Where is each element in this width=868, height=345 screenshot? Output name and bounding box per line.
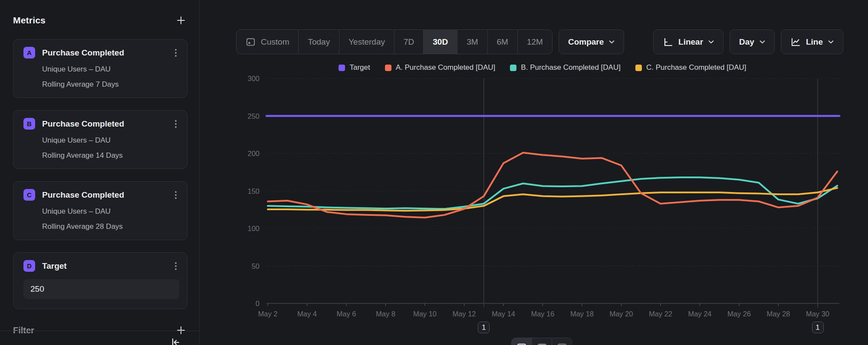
svg-text:May 26: May 26 [727, 310, 751, 318]
svg-text:May 6: May 6 [337, 310, 356, 318]
legend-label: C. Purchase Completed [DAU] [646, 63, 746, 72]
card-head: A Purchase Completed [23, 47, 179, 59]
filter-title: Filter [13, 325, 34, 335]
range-label: 6M [497, 37, 508, 47]
chart-options-group: Linear Day Line [653, 29, 843, 54]
chart-type-button[interactable]: Line [781, 29, 843, 54]
legend-item-c[interactable]: C. Purchase Completed [DAU] [635, 63, 746, 72]
chevron-down-icon [760, 40, 765, 44]
chart-legend: Target A. Purchase Completed [DAU] B. Pu… [243, 63, 842, 72]
metric-card-a[interactable]: A Purchase Completed Unique Users – DAU … [13, 39, 187, 98]
range-yesterday[interactable]: Yesterday [339, 30, 394, 54]
range-label: 3M [467, 37, 478, 47]
svg-text:May 2: May 2 [258, 310, 278, 318]
metric-menu-button[interactable] [172, 118, 179, 130]
metrics-dashboard: 050100150200250300May 2May 4May 6May 8Ma… [0, 0, 868, 345]
annotation-badge[interactable]: 1 [478, 322, 490, 333]
sidebar-divider [0, 331, 199, 331]
svg-text:100: 100 [247, 225, 260, 232]
svg-text:May 28: May 28 [766, 310, 790, 318]
metric-menu-button[interactable] [172, 260, 179, 272]
chart-toolbar: Custom Today Yesterday 7D 30D 3M 6M 12M … [236, 29, 843, 54]
compare-button[interactable]: Compare [559, 29, 624, 54]
metric-menu-button[interactable] [172, 189, 179, 201]
svg-text:May 8: May 8 [376, 310, 395, 318]
svg-text:May 20: May 20 [609, 310, 633, 318]
range-3m[interactable]: 3M [457, 30, 487, 54]
range-label: Custom [261, 37, 289, 47]
legend-label: B. Purchase Completed [DAU] [521, 63, 621, 72]
svg-text:May 24: May 24 [688, 310, 711, 318]
scale-label: Linear [678, 37, 703, 47]
filter-section: Filter [13, 324, 187, 337]
metric-card-c[interactable]: C Purchase Completed Unique Users – DAU … [13, 181, 187, 240]
collapse-sidebar-button[interactable] [169, 335, 183, 345]
svg-text:200: 200 [247, 150, 260, 157]
range-label: Yesterday [349, 37, 385, 47]
add-metric-button[interactable] [174, 14, 187, 27]
metric-menu-button[interactable] [172, 47, 179, 59]
metric-badge-c: C [23, 189, 35, 201]
granularity-button[interactable]: Day [730, 29, 775, 54]
legend-swatch [635, 65, 642, 71]
svg-text:May 16: May 16 [531, 310, 554, 318]
card-head: B Purchase Completed [23, 118, 179, 130]
svg-text:May 22: May 22 [649, 310, 672, 318]
metric-measure: Unique Users – DAU [42, 207, 179, 216]
metric-transform: Rolling Average 7 Days [42, 80, 179, 89]
legend-item-b[interactable]: B. Purchase Completed [DAU] [510, 63, 621, 72]
chart-size-medium-button[interactable] [532, 338, 552, 345]
svg-text:50: 50 [252, 262, 260, 270]
line-chart-icon [790, 37, 801, 47]
legend-item-target[interactable]: Target [339, 63, 370, 72]
svg-text:May 30: May 30 [806, 310, 829, 318]
metrics-header: Metrics [13, 14, 187, 27]
metric-badge-d: D [23, 260, 35, 272]
scale-button[interactable]: Linear [653, 29, 723, 54]
metrics-sidebar: Metrics A Purchase Completed Unique User… [0, 0, 200, 345]
range-6m[interactable]: 6M [487, 30, 517, 54]
svg-text:May 4: May 4 [297, 310, 317, 318]
metric-badge-a: A [23, 47, 35, 59]
range-label: 30D [433, 37, 448, 47]
metric-title: Purchase Completed [42, 119, 124, 129]
annotation-badge[interactable]: 1 [812, 322, 824, 333]
card-head: C Purchase Completed [23, 189, 179, 201]
range-30d[interactable]: 30D [423, 30, 457, 54]
range-7d[interactable]: 7D [394, 30, 423, 54]
compare-label: Compare [568, 37, 604, 47]
range-label: 12M [527, 37, 543, 47]
chart-size-large-button[interactable] [552, 338, 572, 345]
metrics-title: Metrics [13, 15, 46, 26]
svg-text:May 10: May 10 [413, 310, 437, 318]
range-today[interactable]: Today [298, 30, 339, 54]
chevron-down-icon [828, 40, 834, 44]
range-label: Today [308, 37, 330, 47]
add-filter-button[interactable] [174, 324, 187, 337]
metric-card-b[interactable]: B Purchase Completed Unique Users – DAU … [13, 110, 187, 169]
svg-text:300: 300 [247, 75, 260, 82]
svg-text:May 18: May 18 [570, 310, 594, 318]
range-label: 7D [404, 37, 414, 47]
legend-swatch [385, 65, 391, 71]
target-title: Target [42, 261, 67, 271]
plus-icon [175, 325, 187, 336]
chevron-down-icon [708, 40, 714, 44]
legend-swatch [510, 65, 516, 71]
svg-text:0: 0 [256, 299, 260, 307]
metric-transform: Rolling Average 28 Days [42, 222, 179, 231]
metric-badge-b: B [23, 118, 35, 130]
range-12m[interactable]: 12M [517, 30, 552, 54]
granularity-label: Day [739, 37, 754, 47]
date-range-control: Custom Today Yesterday 7D 30D 3M 6M 12M [236, 29, 552, 54]
target-value-input[interactable] [23, 279, 179, 299]
chart-size-small-button[interactable] [512, 338, 532, 345]
card-head: D Target [23, 260, 179, 272]
legend-item-a[interactable]: A. Purchase Completed [DAU] [385, 63, 496, 72]
metric-measure: Unique Users – DAU [42, 136, 179, 145]
legend-label: Target [349, 63, 370, 72]
range-custom[interactable]: Custom [237, 30, 298, 54]
target-card[interactable]: D Target [13, 252, 187, 309]
calendar-icon [246, 37, 256, 47]
chart-type-label: Line [806, 37, 823, 47]
